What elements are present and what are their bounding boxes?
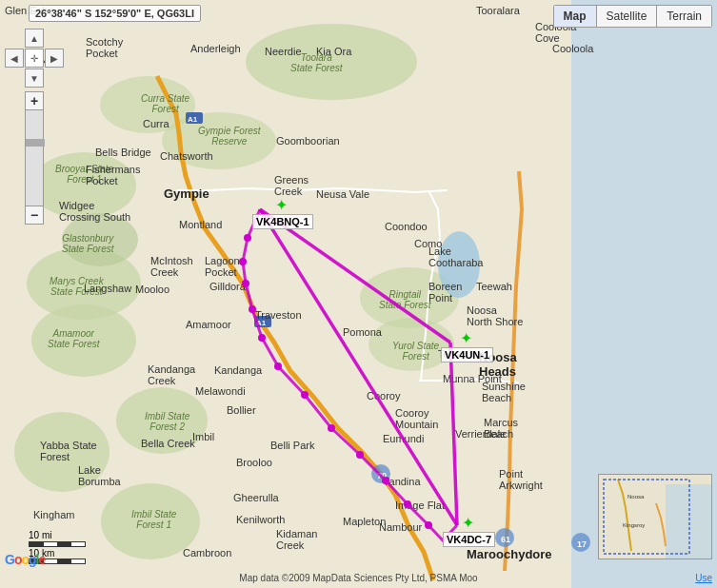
- svg-point-21: [495, 528, 514, 547]
- map-type-terrain-button[interactable]: Terrain: [657, 6, 711, 27]
- svg-text:17: 17: [577, 539, 587, 549]
- place-boreen-point: BoreenPoint: [428, 281, 462, 304]
- svg-point-28: [244, 234, 251, 242]
- svg-point-36: [356, 451, 364, 459]
- place-melawondi: Melawondi: [195, 385, 246, 397]
- scale-bar-mi: [29, 541, 86, 547]
- pan-center-button[interactable]: ✛: [25, 49, 44, 68]
- svg-point-32: [258, 334, 266, 342]
- pan-left-button[interactable]: ◀: [5, 49, 24, 68]
- place-yabba-sf: Yabba StateForest: [40, 440, 97, 462]
- place-neerdie: Neerdie: [265, 46, 302, 57]
- station-label: VK4UN-1: [441, 347, 493, 363]
- place-amamoor-sf: AmamoorState Forest: [48, 328, 99, 349]
- svg-point-35: [328, 424, 335, 432]
- place-nambour: Nambour: [379, 521, 422, 533]
- place-mooloo: Mooloo: [135, 284, 169, 295]
- svg-point-33: [274, 363, 282, 370]
- map-type-control: Map Satellite Terrain: [553, 5, 712, 28]
- pan-down-button[interactable]: ▼: [25, 69, 44, 88]
- place-kidaman-creek: KidamanCreek: [276, 528, 317, 551]
- svg-point-14: [438, 231, 480, 298]
- place-traveston: Traveston: [255, 309, 302, 321]
- zoom-slider[interactable]: [25, 110, 44, 206]
- svg-point-31: [249, 305, 256, 313]
- svg-point-11: [101, 483, 200, 559]
- navigation-controls: ▲ ◀ ✛ ▶ ▼ + −: [5, 29, 64, 225]
- minimap[interactable]: Noosa Kingsroy: [598, 474, 712, 559]
- svg-point-4: [162, 112, 276, 169]
- place-pomona: Pomona: [343, 326, 382, 338]
- station-star-icon: ✦: [462, 516, 477, 531]
- svg-point-15: [371, 464, 390, 483]
- station-label: VK4BNQ-1: [252, 214, 313, 229]
- place-kandanga: Kandanga: [214, 364, 262, 376]
- svg-point-7: [31, 304, 136, 377]
- place-cooloola: Cooloola: [552, 43, 593, 54]
- place-bells-bridge: Bells Bridge: [95, 147, 151, 158]
- map-attribution: Map data ©2009 MapData Sciences Pty Ltd,…: [0, 573, 717, 583]
- place-lagoon-pocket: LagoonPocket: [205, 255, 240, 278]
- station-vk4bnq1[interactable]: ✦ VK4BNQ-1: [252, 198, 313, 229]
- svg-text:A1: A1: [256, 319, 267, 327]
- map-type-map-button[interactable]: Map: [554, 6, 597, 27]
- svg-point-8: [62, 213, 138, 266]
- place-verrierdale: Verrierdale: [455, 428, 506, 440]
- place-yandina: Yandina: [383, 476, 421, 487]
- place-imbil-sf2: Imbil StateForest 2: [145, 411, 189, 432]
- svg-point-6: [27, 247, 141, 320]
- place-point-arkwright: PointArkwright: [499, 468, 543, 491]
- place-gympie-fr: Gympie ForestReserve: [198, 126, 261, 147]
- place-cooroy: Cooroy: [367, 390, 400, 402]
- place-imbil-sf1: Imbil StateForest 1: [131, 509, 176, 530]
- place-mapleton: Mapleton: [343, 516, 386, 527]
- svg-point-37: [382, 477, 389, 484]
- place-coondoo: Coondoo: [385, 221, 428, 232]
- pan-up-button[interactable]: ▲: [25, 29, 44, 48]
- svg-point-34: [301, 391, 309, 399]
- svg-rect-1: [0, 0, 571, 588]
- place-lake-cootharaba: LakeCootharaba: [428, 245, 484, 268]
- map-container[interactable]: 70 A1 A1 61 17: [0, 0, 717, 588]
- svg-point-29: [239, 258, 247, 265]
- svg-point-3: [100, 76, 195, 133]
- station-vk4un1[interactable]: ✦ VK4UN-1: [441, 331, 493, 363]
- map-type-satellite-button[interactable]: Satellite: [597, 6, 658, 27]
- place-marcus-beach: MarcusBeach: [484, 417, 518, 440]
- svg-point-38: [404, 500, 411, 508]
- place-curra-sf: Curra StateForest: [141, 93, 189, 114]
- place-yurol-sf: Yurol StateForest: [392, 341, 439, 362]
- pan-controls: ▲ ◀ ✛ ▶ ▼: [5, 29, 64, 88]
- minimap-svg: Noosa Kingsroy: [599, 475, 712, 559]
- place-neusa-vale: Neusa Vale: [316, 188, 369, 200]
- place-gilldora: Gilldora: [209, 281, 246, 292]
- svg-line-25: [260, 209, 450, 343]
- use-link[interactable]: Use: [695, 573, 712, 583]
- scale-mi-label: 10 mi: [29, 530, 86, 540]
- zoom-in-button[interactable]: +: [25, 91, 44, 110]
- pan-right-button[interactable]: ▶: [45, 49, 64, 68]
- zoom-out-button[interactable]: −: [25, 206, 44, 225]
- place-bella-creek: Bella Creek: [141, 438, 195, 449]
- zoom-thumb: [26, 139, 45, 147]
- svg-rect-17: [186, 112, 203, 124]
- place-lake-borumba: LakeBorumba: [78, 464, 121, 487]
- svg-line-26: [260, 209, 457, 525]
- place-eumundi: Eumundi: [383, 433, 424, 444]
- google-logo: Google: [5, 552, 45, 567]
- station-vk4dc7[interactable]: ✦ VK4DC-7: [443, 516, 495, 547]
- place-munna-point: Munna Point: [443, 373, 502, 384]
- place-brooyar-sf: Brooyar StateForest 1: [55, 164, 113, 185]
- place-kandanga-creek: KandangaCreek: [148, 363, 195, 386]
- place-gympie: Gympie: [164, 186, 209, 201]
- place-goomboorian: Goomboorian: [276, 135, 340, 147]
- station-label: VK4DC-7: [443, 532, 495, 547]
- place-montland: Montland: [179, 219, 222, 230]
- svg-point-39: [425, 521, 432, 529]
- svg-text:Noosa: Noosa: [627, 494, 645, 500]
- place-como: Como: [414, 238, 442, 249]
- svg-point-10: [14, 412, 110, 492]
- svg-point-2: [246, 24, 417, 100]
- place-curra: Curra: [143, 118, 169, 129]
- place-noosa-north-shore: NoosaNorth Shore: [467, 304, 523, 327]
